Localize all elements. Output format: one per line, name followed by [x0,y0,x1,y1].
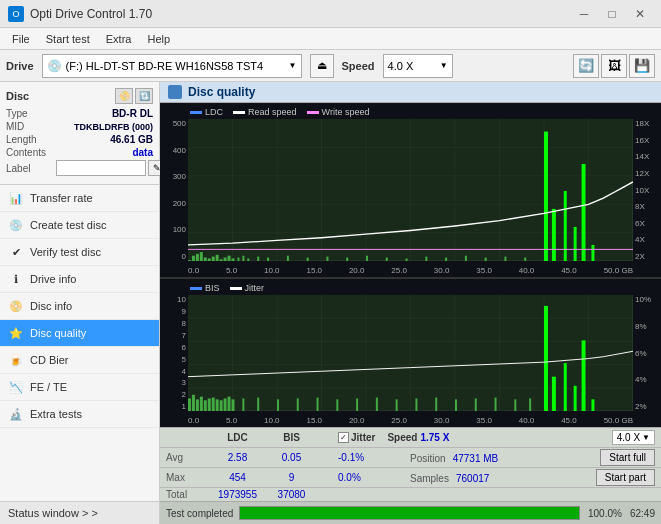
toolbar-btn-1[interactable]: 🔄 [573,54,599,78]
speed-select[interactable]: 4.0 X ▼ [383,54,453,78]
sidebar-item-create-test-disc[interactable]: 💿 Create test disc [0,212,159,239]
speed-dropdown[interactable]: 4.0 X ▼ [612,430,655,445]
x-bot-40: 40.0 [519,416,535,425]
x-bot-15: 15.0 [306,416,322,425]
y-top-300: 300 [162,172,186,181]
maximize-button[interactable]: □ [599,4,625,24]
app-icon: O [8,6,24,22]
svg-rect-95 [396,399,398,411]
samples-label: Samples [410,473,449,484]
menu-help[interactable]: Help [139,31,178,47]
disc-field-type: Type [6,108,56,119]
svg-rect-44 [386,257,388,261]
minimize-button[interactable]: ─ [571,4,597,24]
x-top-50: 50.0 GB [604,266,633,275]
legend-write-speed: Write speed [322,107,370,117]
sidebar-item-verify-test-disc[interactable]: ✔ Verify test disc [0,239,159,266]
x-top-45: 45.0 [561,266,577,275]
speed-value: 4.0 X [388,60,414,72]
sidebar-item-disc-info[interactable]: 📀 Disc info [0,293,159,320]
extra-tests-icon: 🔬 [8,406,24,422]
svg-rect-102 [529,399,531,412]
svg-rect-82 [552,377,556,411]
fe-te-icon: 📉 [8,379,24,395]
x-bot-25: 25.0 [391,416,407,425]
svg-rect-83 [564,363,567,411]
drive-select[interactable]: 💿 (F:) HL-DT-ST BD-RE WH16NS58 TST4 ▼ [42,54,302,78]
jitter-checkbox[interactable]: ✓ [338,432,349,443]
menu-start-test[interactable]: Start test [38,31,98,47]
toolbar-btn-2[interactable]: 🖼 [601,54,627,78]
sidebar-item-drive-info[interactable]: ℹ Drive info [0,266,159,293]
status-window-label: Status window > > [8,507,98,519]
total-bis: 37080 [269,489,314,500]
progress-bar-background [239,506,580,520]
svg-rect-49 [485,257,487,261]
svg-rect-92 [336,399,338,411]
svg-rect-39 [287,256,289,261]
x-top-0: 0.0 [188,266,199,275]
eject-button[interactable]: ⏏ [310,54,334,78]
svg-rect-79 [228,397,231,412]
toolbar-btn-3[interactable]: 💾 [629,54,655,78]
svg-rect-100 [495,398,497,412]
svg-rect-42 [346,257,348,261]
svg-rect-72 [200,397,203,412]
create-test-disc-icon: 💿 [8,217,24,233]
svg-rect-26 [228,256,231,261]
speed-label: Speed [342,60,375,72]
y-top-r-6x: 6X [635,219,659,228]
svg-rect-48 [465,256,467,261]
col-bis-header: BIS [269,432,314,443]
disc-icon-btn-1[interactable]: 📀 [115,88,133,104]
menu-extra[interactable]: Extra [98,31,140,47]
start-part-button[interactable]: Start part [596,469,655,486]
svg-rect-38 [267,257,269,261]
svg-rect-30 [564,191,567,261]
x-top-30: 30.0 [434,266,450,275]
svg-rect-87 [242,399,244,412]
menu-file[interactable]: File [4,31,38,47]
y-top-r-12x: 12X [635,169,659,178]
sidebar-item-transfer-rate[interactable]: 📊 Transfer rate [0,185,159,212]
max-jitter: 0.0% [338,472,398,483]
sidebar-item-disc-quality[interactable]: ⭐ Disc quality [0,320,159,347]
y-bot-r-2pct: 2% [635,402,659,411]
svg-rect-16 [188,260,191,261]
disc-quality-title: Disc quality [188,85,255,99]
disc-row-type: Type BD-R DL [6,108,153,119]
disc-value-length: 46.61 GB [56,134,153,145]
sidebar: Disc 📀 🔃 Type BD-R DL MID TDKBLDRFB (000… [0,82,160,524]
y-bot-3: 3 [162,378,186,387]
samples-val: 760017 [456,473,489,484]
svg-rect-37 [257,257,259,261]
y-top-r-16x: 16X [635,136,659,145]
svg-rect-76 [216,399,219,411]
sidebar-item-fe-te[interactable]: 📉 FE / TE [0,374,159,401]
x-bot-10: 10.0 [264,416,280,425]
y-bot-10: 10 [162,295,186,304]
y-bot-6: 6 [162,343,186,352]
transfer-rate-icon: 📊 [8,190,24,206]
svg-rect-31 [574,227,577,261]
dropdown-arrow-icon: ▼ [642,433,650,442]
label-input[interactable] [56,160,146,176]
svg-rect-85 [582,340,586,411]
svg-rect-70 [192,395,195,411]
svg-rect-89 [277,399,279,411]
disc-icon-btn-2[interactable]: 🔃 [135,88,153,104]
sidebar-item-extra-tests[interactable]: 🔬 Extra tests [0,401,159,428]
sidebar-item-cd-bier[interactable]: 🍺 CD Bier [0,347,159,374]
col-jitter-header: Jitter [351,432,375,443]
y-top-r-8x: 8X [635,202,659,211]
elapsed-time: 62:49 [630,508,655,519]
disc-value-contents: data [56,147,153,158]
start-full-button[interactable]: Start full [600,449,655,466]
close-button[interactable]: ✕ [627,4,653,24]
drive-label: Drive [6,60,34,72]
status-window-button[interactable]: Status window > > [0,501,159,524]
x-top-35: 35.0 [476,266,492,275]
progress-percent: 100.0% [586,508,624,519]
y-bot-9: 9 [162,307,186,316]
disc-field-mid: MID [6,121,56,132]
